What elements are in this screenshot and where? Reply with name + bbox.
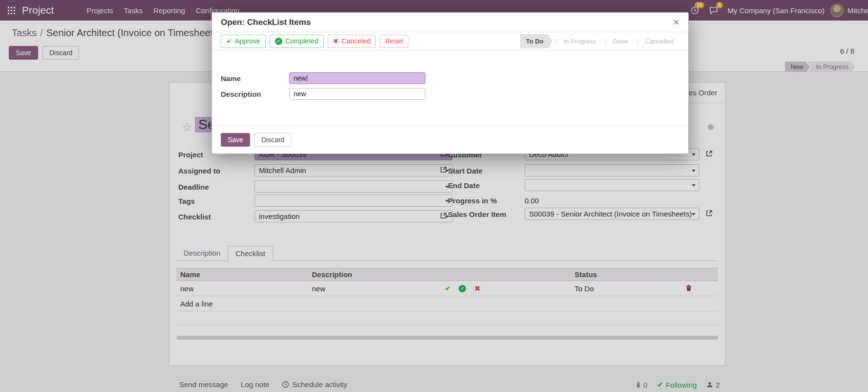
approve-button[interactable]: ✔ Approve	[221, 35, 266, 48]
completed-button[interactable]: ✔ Completed	[270, 35, 324, 48]
chevron-right-icon	[552, 39, 557, 44]
stage-done[interactable]: Done	[607, 34, 634, 48]
description-input[interactable]: new	[289, 88, 425, 100]
close-icon[interactable]: ×	[673, 17, 679, 28]
cross-icon: ✖	[333, 37, 339, 45]
modal-body: Name new Description new	[212, 50, 688, 125]
modal-save-button[interactable]: Save	[221, 133, 250, 147]
stage-in-progress[interactable]: In Progress	[558, 34, 602, 48]
modal-statusbar: To Do In Progress Done Cancelled	[520, 34, 679, 48]
modal-toolbar: ✔ Approve ✔ Completed ✖ Canceled Reset T…	[212, 32, 688, 50]
name-input[interactable]: new	[289, 72, 425, 84]
chevron-right-icon	[602, 39, 607, 44]
canceled-button[interactable]: ✖ Canceled	[328, 35, 376, 48]
stage-cancelled[interactable]: Cancelled	[639, 34, 679, 48]
chevron-right-icon	[635, 39, 639, 44]
modal-header: Open: CheckList Items ×	[212, 13, 688, 32]
modal-title: Open: CheckList Items	[221, 18, 311, 27]
check-icon: ✔	[226, 37, 232, 45]
modal-discard-button[interactable]: Discard	[254, 133, 291, 147]
reset-button[interactable]: Reset	[380, 35, 408, 48]
modal-footer: Save Discard	[212, 125, 688, 147]
description-label: Description	[221, 90, 289, 98]
stage-to-do[interactable]: To Do	[520, 34, 552, 48]
name-label: Name	[221, 74, 289, 83]
checklist-item-modal: Open: CheckList Items × ✔ Approve ✔ Comp…	[212, 12, 689, 154]
circle-check-icon: ✔	[275, 38, 282, 45]
text-cursor	[307, 75, 307, 82]
